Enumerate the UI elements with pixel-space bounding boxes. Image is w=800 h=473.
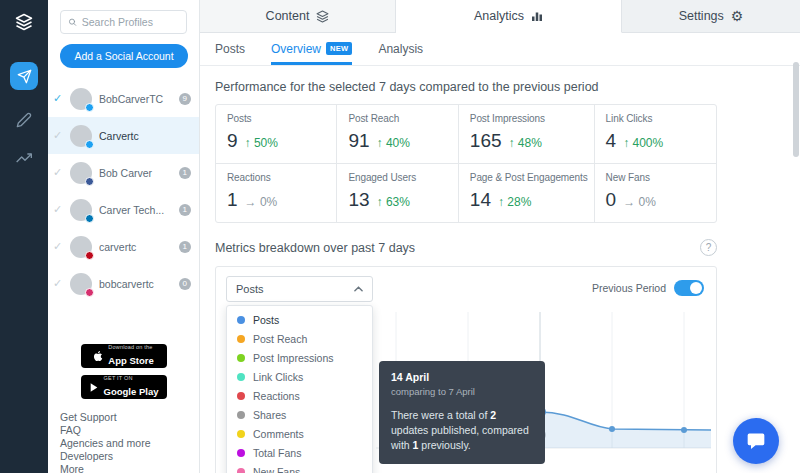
profile-item[interactable]: ✓ bobcarvertc 0	[48, 265, 199, 302]
change-percent: 28%	[507, 195, 531, 209]
metric-post-impressions: Post Impressions 165↑ 48%	[459, 105, 595, 164]
profiles-list: ✓ BobCarverTC 9 ✓ Carvertc ✓ Bob Carver …	[48, 80, 199, 302]
profile-name: Carvertc	[99, 130, 191, 142]
metric-select-dropdown[interactable]: Posts	[226, 276, 373, 302]
tab-analytics[interactable]: Analytics	[396, 0, 622, 33]
metric-change: ↑ 63%	[377, 195, 410, 209]
publish-nav-icon[interactable]	[10, 62, 38, 90]
instagram-icon	[85, 288, 94, 297]
layers-icon	[316, 10, 329, 23]
menu-item-total-fans[interactable]: Total Fans	[227, 443, 372, 462]
tab-label: Analytics	[474, 9, 524, 23]
metric-new-fans: New Fans 0→ 0%	[595, 164, 716, 222]
metric-label: Page & Post Engagements	[470, 172, 588, 183]
previous-period-toggle[interactable]	[674, 280, 704, 296]
trend-arrow-icon: ↑	[509, 136, 515, 150]
analytics-nav-icon[interactable]	[10, 144, 38, 172]
chat-launcher-button[interactable]	[733, 418, 779, 464]
store-badge-line1: GET IT ON	[104, 375, 159, 381]
series-color-dot	[237, 449, 245, 457]
metric-label: Engaged Users	[348, 172, 451, 183]
check-icon[interactable]: ✓	[53, 277, 67, 290]
play-icon	[89, 382, 99, 393]
app-store-badge[interactable]: Download on theApp Store	[81, 344, 167, 368]
chart-tooltip: 14 April comparing to 7 April There were…	[379, 361, 545, 464]
profile-name: Bob Carver	[99, 167, 179, 179]
menu-item-label: Posts	[253, 314, 279, 326]
dropdown-value: Posts	[236, 283, 264, 295]
subtab-label: Analysis	[378, 42, 423, 56]
link-agencies[interactable]: Agencies and more	[60, 437, 199, 450]
trend-arrow-icon: ↑	[623, 136, 629, 150]
scrollbar-thumb[interactable]	[793, 62, 799, 157]
menu-item-link-clicks[interactable]: Link Clicks	[227, 367, 372, 386]
menu-item-label: Total Fans	[253, 447, 301, 459]
add-social-account-button[interactable]: Add a Social Account	[60, 44, 188, 68]
trend-arrow-icon: ↑	[498, 195, 504, 209]
metric-value: 0	[606, 189, 617, 211]
link-more[interactable]: More	[60, 463, 199, 473]
subtab-analysis[interactable]: Analysis	[378, 33, 423, 65]
performance-metrics-grid: Posts 9↑ 50% Post Reach 91↑ 40% Post Imp…	[215, 104, 717, 223]
compose-nav-icon[interactable]	[10, 106, 38, 134]
metric-reactions: Reactions 1→ 0%	[216, 164, 337, 222]
search-profiles-input[interactable]	[82, 16, 179, 28]
menu-item-post-reach[interactable]: Post Reach	[227, 329, 372, 348]
profile-item[interactable]: ✓ Bob Carver 1	[48, 154, 199, 191]
main-area: Content Analytics Settings ⚙ Posts Overv…	[200, 0, 800, 473]
store-badge-line2: Google Play	[104, 386, 159, 397]
link-faq[interactable]: FAQ	[60, 424, 199, 437]
series-color-dot	[237, 468, 245, 473]
tab-content[interactable]: Content	[200, 0, 396, 33]
check-icon[interactable]: ✓	[53, 129, 67, 142]
gear-icon: ⚙	[731, 9, 744, 23]
profile-count-badge: 9	[179, 93, 191, 105]
tooltip-date: 14 April	[391, 371, 533, 383]
search-profiles-box	[60, 10, 187, 34]
menu-item-shares[interactable]: Shares	[227, 405, 372, 424]
metric-change: ↑ 28%	[498, 195, 531, 209]
overview-content: Performance for the selected 7 days comp…	[200, 66, 800, 473]
check-icon[interactable]: ✓	[53, 92, 67, 105]
link-developers[interactable]: Developers	[60, 450, 199, 463]
profile-item[interactable]: ✓ Carvertc	[48, 117, 199, 154]
profile-item[interactable]: ✓ BobCarverTC 9	[48, 80, 199, 117]
previous-period-label: Previous Period	[592, 282, 666, 294]
google-play-badge[interactable]: GET IT ONGoogle Play	[81, 375, 167, 399]
metric-change: ↑ 40%	[377, 136, 410, 150]
metric-label: Post Reach	[348, 113, 451, 124]
check-icon[interactable]: ✓	[53, 166, 67, 179]
avatar	[70, 162, 92, 184]
change-percent: 48%	[518, 136, 542, 150]
subtab-posts[interactable]: Posts	[215, 33, 245, 65]
metric-posts: Posts 9↑ 50%	[216, 105, 337, 164]
store-badge-line1: Download on the	[108, 344, 153, 350]
change-percent: 0%	[260, 195, 277, 209]
menu-item-comments[interactable]: Comments	[227, 424, 372, 443]
profile-count-badge: 0	[179, 278, 191, 290]
profile-item[interactable]: ✓ Carver Tech... 1	[48, 191, 199, 228]
chevron-up-icon	[354, 286, 363, 292]
menu-item-posts[interactable]: Posts	[227, 310, 372, 329]
statusbrew-logo-icon[interactable]	[10, 8, 38, 36]
metric-value: 1	[227, 189, 238, 211]
link-get-support[interactable]: Get Support	[60, 411, 199, 424]
profile-count-badge: 1	[179, 241, 191, 253]
check-icon[interactable]: ✓	[53, 203, 67, 216]
menu-item-reactions[interactable]: Reactions	[227, 386, 372, 405]
metric-engaged-users: Engaged Users 13↑ 63%	[337, 164, 458, 222]
menu-item-new-fans[interactable]: New Fans	[227, 462, 372, 473]
tab-settings[interactable]: Settings ⚙	[622, 0, 800, 33]
series-color-dot	[237, 411, 245, 419]
check-icon[interactable]: ✓	[53, 240, 67, 253]
help-icon[interactable]: ?	[700, 239, 717, 256]
menu-item-post-impressions[interactable]: Post Impressions	[227, 348, 372, 367]
subtab-overview[interactable]: Overview NEW	[271, 33, 352, 65]
menu-item-label: Post Reach	[253, 333, 307, 345]
profiles-sidebar: Add a Social Account ✓ BobCarverTC 9 ✓ C…	[48, 0, 200, 473]
metrics-breakdown-card: Posts Previous Period	[215, 266, 717, 473]
main-scrollbar[interactable]	[793, 34, 799, 473]
nav-rail	[0, 0, 48, 473]
profile-item[interactable]: ✓ carvertc 1	[48, 228, 199, 265]
menu-item-label: Reactions	[253, 390, 300, 402]
